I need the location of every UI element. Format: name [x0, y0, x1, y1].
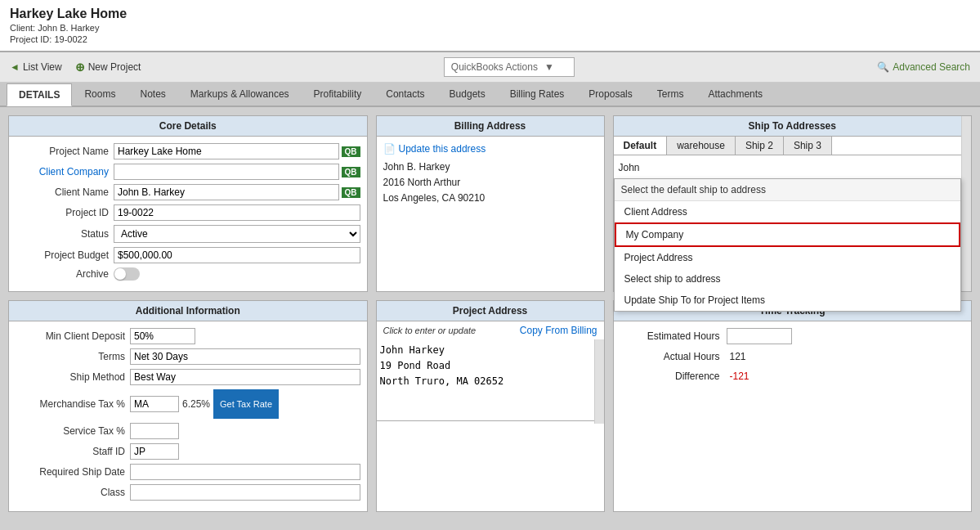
project-address-click-text: Click to enter or update — [383, 326, 477, 335]
list-view-button[interactable]: ◄ List View — [10, 61, 62, 73]
client-info: Client: John B. Harkey — [10, 23, 970, 33]
ship-to-dropdown: Select the default ship to address Clien… — [614, 178, 962, 312]
tab-markups[interactable]: Markups & Allowances — [178, 83, 302, 106]
advanced-search-label: Advanced Search — [893, 61, 970, 73]
client-company-input[interactable] — [114, 164, 339, 180]
project-budget-input[interactable] — [114, 247, 360, 263]
tab-bar: DETAILS Rooms Notes Markups & Allowances… — [0, 83, 980, 107]
doc-icon: 📄 — [383, 143, 396, 155]
core-details-form: Project Name QB Client Company QB Client… — [9, 137, 367, 291]
staff-id-input[interactable] — [130, 443, 179, 460]
additional-info-form: Min Client Deposit Terms Ship Method Mer… — [9, 321, 367, 511]
second-row: Additional Information Min Client Deposi… — [8, 300, 972, 512]
list-view-arrow-icon: ◄ — [10, 61, 20, 73]
project-address-title: Project Address — [377, 301, 604, 321]
client-name-input[interactable] — [114, 184, 339, 200]
archive-toggle[interactable] — [114, 267, 140, 281]
client-name-label: Client Name — [16, 186, 114, 198]
qb-actions-dropdown[interactable]: QuickBooks Actions ▼ — [444, 57, 575, 77]
shipto-tab-default[interactable]: Default — [614, 137, 668, 155]
toolbar-center: QuickBooks Actions ▼ — [154, 57, 864, 77]
dropdown-item-update-ship[interactable]: Update Ship To for Project Items — [615, 290, 961, 311]
client-company-label[interactable]: Client Company — [16, 166, 114, 177]
ship-to-tabs: Default warehouse Ship 2 Ship 3 — [614, 137, 972, 155]
dropdown-item-project-address[interactable]: Project Address — [615, 247, 961, 268]
tab-proposals[interactable]: Proposals — [576, 83, 644, 106]
terms-label: Terms — [16, 351, 130, 362]
class-input[interactable] — [130, 484, 360, 501]
archive-label: Archive — [16, 268, 114, 280]
core-details-panel: Core Details Project Name QB Client Comp… — [8, 115, 368, 292]
actual-hours-value: 121 — [727, 349, 792, 364]
tab-billing-rates[interactable]: Billing Rates — [498, 83, 577, 106]
tab-profitability[interactable]: Profitability — [302, 83, 374, 106]
client-name-qb-badge[interactable]: QB — [342, 187, 360, 198]
difference-label: Difference — [620, 371, 727, 382]
tab-terms[interactable]: Terms — [645, 83, 696, 106]
status-select[interactable]: Active Inactive — [114, 225, 360, 243]
dropdown-item-my-company[interactable]: My Company — [615, 222, 961, 247]
ship-method-input[interactable] — [130, 369, 360, 385]
terms-row: Terms — [16, 348, 360, 365]
staff-id-row: Staff ID — [16, 443, 360, 460]
project-address-header-row: Click to enter or update Copy From Billi… — [377, 321, 604, 339]
shipto-tab-ship2[interactable]: Ship 2 — [736, 137, 784, 155]
project-title: Harkey Lake Home — [10, 7, 970, 21]
project-budget-label: Project Budget — [16, 249, 114, 261]
merch-tax-row: Merchandise Tax % 6.25% Get Tax Rate — [16, 389, 360, 419]
min-deposit-row: Min Client Deposit — [16, 328, 360, 344]
tax-group: 6.25% Get Tax Rate — [130, 389, 360, 419]
project-id-input[interactable] — [114, 204, 360, 221]
project-address-scroll: John Harkey 19 Pond Road North Truro, MA… — [377, 339, 604, 424]
qb-actions-chevron-icon: ▼ — [544, 61, 554, 73]
client-company-qb-badge[interactable]: QB — [342, 167, 360, 177]
ship-to-body: John adress above is the default o addre… — [614, 155, 972, 221]
service-tax-row: Service Tax % — [16, 423, 360, 439]
terms-input[interactable] — [130, 348, 360, 365]
billing-address-body: 📄 Update this address John B. Harkey 201… — [377, 137, 604, 213]
copy-from-billing-link[interactable]: Copy From Billing — [520, 325, 597, 336]
advanced-search-button[interactable]: 🔍 Advanced Search — [877, 61, 970, 73]
new-project-button[interactable]: ⊕ New Project — [75, 61, 141, 74]
class-label: Class — [16, 487, 130, 498]
shipto-tab-ship3[interactable]: Ship 3 — [784, 137, 832, 155]
billing-address-title: Billing Address — [377, 116, 604, 137]
project-name-input[interactable] — [114, 143, 339, 159]
ship-to-scrollbar[interactable] — [961, 116, 971, 291]
project-name-label: Project Name — [16, 146, 114, 157]
new-project-label: New Project — [88, 61, 141, 73]
project-name-row: Project Name QB — [16, 143, 360, 159]
project-address-scrollbar[interactable] — [594, 339, 604, 424]
merch-tax-pct: 6.25% — [182, 398, 210, 410]
tab-rooms[interactable]: Rooms — [72, 83, 128, 106]
dropdown-item-client-address[interactable]: Client Address — [615, 201, 961, 222]
difference-row: Difference -121 — [620, 369, 965, 384]
service-tax-input[interactable] — [130, 423, 179, 439]
dropdown-item-select-ship[interactable]: Select ship to address — [615, 268, 961, 290]
tab-budgets[interactable]: Budgets — [437, 83, 498, 106]
project-address-textarea[interactable]: John Harkey 19 Pond Road North Truro, MA… — [377, 339, 604, 421]
ship-method-label: Ship Method — [16, 371, 130, 383]
client-name-row: Client Name QB — [16, 184, 360, 200]
page-header: Harkey Lake Home Client: John B. Harkey … — [0, 0, 980, 52]
tab-notes[interactable]: Notes — [128, 83, 177, 106]
project-name-qb-badge[interactable]: QB — [342, 146, 360, 157]
get-tax-rate-button[interactable]: Get Tax Rate — [213, 389, 279, 419]
project-id-header: Project ID: 19-0022 — [10, 34, 970, 44]
est-hours-input[interactable] — [727, 328, 792, 344]
merch-tax-label: Merchandise Tax % — [16, 398, 130, 410]
billing-address-text: John B. Harkey 2016 North Arthur Los Ang… — [383, 159, 597, 207]
first-row: Core Details Project Name QB Client Comp… — [8, 115, 972, 292]
project-budget-row: Project Budget — [16, 247, 360, 263]
shipto-tab-warehouse[interactable]: warehouse — [667, 137, 736, 155]
archive-row: Archive — [16, 267, 360, 281]
tab-attachments[interactable]: Attachments — [696, 83, 775, 106]
req-ship-date-input[interactable] — [130, 464, 360, 480]
tab-details[interactable]: DETAILS — [7, 83, 72, 106]
new-project-plus-icon: ⊕ — [75, 61, 85, 74]
update-address-link[interactable]: 📄 Update this address — [383, 143, 597, 155]
merch-tax-state-input[interactable] — [130, 396, 179, 412]
tab-contacts[interactable]: Contacts — [374, 83, 436, 106]
min-deposit-input[interactable] — [130, 328, 195, 344]
ship-to-panel: Ship To Addresses Default warehouse Ship… — [613, 115, 973, 292]
